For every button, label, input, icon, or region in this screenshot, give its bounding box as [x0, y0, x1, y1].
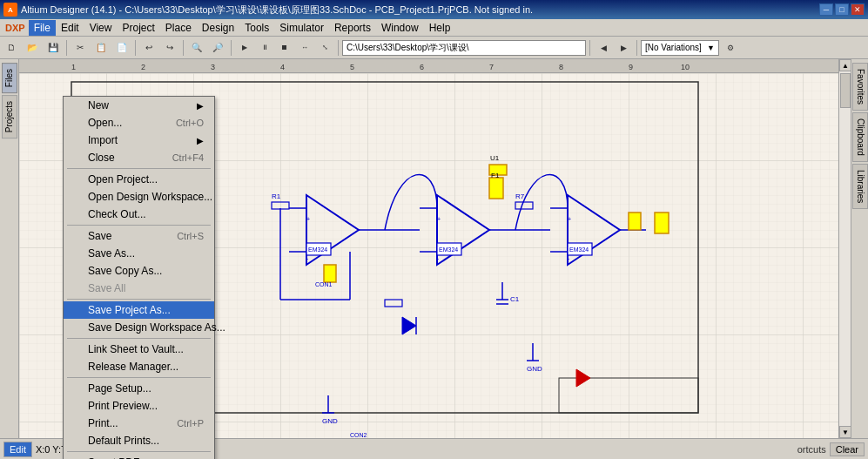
left-panel: Files Projects	[0, 59, 19, 438]
app-icon: A	[3, 3, 17, 17]
svg-text:+: +	[437, 216, 441, 222]
menu-link-sheet[interactable]: Link Sheet to Vault...	[64, 341, 214, 358]
tb-nav-back[interactable]: ◀	[594, 38, 613, 57]
toolbar-sep-2	[135, 40, 136, 56]
menu-save-workspace-as[interactable]: Save Design Workspace As...	[64, 319, 214, 336]
simulator-menu[interactable]: Simulator	[274, 20, 329, 36]
clear-button[interactable]: Clear	[830, 442, 865, 456]
svg-text:EM324: EM324	[439, 246, 458, 253]
toolbar: 🗋 📂 💾 ✂ 📋 📄 ↩ ↪ 🔍 🔎 ▶ ⏸ ⏹ ↔ ⤡ C:\Users\3…	[0, 37, 868, 59]
toolbar-sep-7	[636, 40, 637, 56]
scroll-down-btn[interactable]: ▼	[839, 426, 851, 438]
path-display: C:\Users\33\Desktop\学习\课设\	[342, 40, 586, 56]
clipboard-tab[interactable]: Clipboard	[852, 112, 868, 162]
tools-menu[interactable]: Tools	[239, 20, 274, 36]
minimize-button[interactable]: ─	[819, 3, 833, 16]
toolbar-sep-1	[66, 40, 67, 56]
toolbar-sep-4	[231, 40, 232, 56]
tb-extra-1[interactable]: ▶	[235, 38, 254, 57]
menu-new[interactable]: New ▶	[64, 97, 214, 114]
maximize-button[interactable]: □	[835, 3, 849, 16]
window-menu[interactable]: Window	[376, 20, 424, 36]
toolbar-sep-3	[183, 40, 184, 56]
svg-rect-30	[324, 265, 336, 282]
toolbar-btn-8[interactable]: ↪	[160, 38, 179, 57]
design-menu[interactable]: Design	[197, 20, 239, 36]
svg-text:R7: R7	[515, 192, 525, 200]
menu-save-copy[interactable]: Save Copy As...	[64, 262, 214, 280]
svg-text:9: 9	[629, 63, 633, 71]
svg-text:CON1: CON1	[315, 281, 333, 287]
toolbar-btn-6[interactable]: 📄	[112, 38, 131, 57]
toolbar-btn-1[interactable]: 🗋	[2, 38, 21, 57]
favorites-tab[interactable]: Favorites	[852, 63, 868, 111]
toolbar-btn-zoom-in[interactable]: 🔍	[187, 38, 206, 57]
file-dropdown-menu: New ▶ Open... Ctrl+O Import ▶ Close Ctrl…	[63, 96, 215, 459]
svg-text:+: +	[568, 216, 571, 222]
close-button[interactable]: ✕	[851, 3, 865, 16]
svg-text:CON2: CON2	[350, 432, 367, 438]
svg-text:6: 6	[420, 63, 424, 71]
toolbar-btn-7[interactable]: ↩	[139, 38, 158, 57]
view-menu[interactable]: View	[84, 20, 118, 36]
svg-text:4: 4	[280, 63, 285, 71]
menu-save-as[interactable]: Save As...	[64, 245, 214, 262]
toolbar-btn-5[interactable]: 📋	[91, 38, 111, 57]
svg-text:U1: U1	[490, 154, 500, 162]
menu-page-setup[interactable]: Page Setup...	[64, 380, 214, 397]
svg-text:F1: F1	[491, 172, 500, 179]
right-panel: Favorites Clipboard Libraries	[851, 59, 868, 438]
menu-open-project[interactable]: Open Project...	[64, 171, 214, 188]
svg-text:GND: GND	[322, 417, 338, 425]
tb-nav-fwd[interactable]: ▶	[614, 38, 633, 57]
menu-import[interactable]: Import ▶	[64, 132, 214, 149]
svg-text:10: 10	[681, 63, 690, 71]
menu-checkout[interactable]: Check Out...	[64, 206, 214, 223]
title-bar: A Altium Designer (14.1) - C:\Users\33\D…	[0, 0, 868, 19]
scroll-thumb[interactable]	[840, 73, 851, 108]
scroll-up-btn[interactable]: ▲	[839, 59, 851, 71]
sep-4	[67, 338, 211, 339]
toolbar-btn-2[interactable]: 📂	[23, 38, 42, 57]
svg-text:1: 1	[71, 63, 76, 71]
reports-menu[interactable]: Reports	[329, 20, 376, 36]
menu-print-preview[interactable]: Print Preview...	[64, 397, 214, 415]
svg-text:8: 8	[559, 63, 563, 71]
menu-release-manager[interactable]: Release Manager...	[64, 358, 214, 375]
libraries-tab[interactable]: Libraries	[852, 164, 868, 209]
files-tab[interactable]: Files	[2, 63, 17, 93]
toolbar-btn-zoom-out[interactable]: 🔎	[208, 38, 227, 57]
tb-extra-5[interactable]: ⤡	[315, 38, 334, 57]
menu-close[interactable]: Close Ctrl+F4	[64, 149, 214, 166]
projects-tab[interactable]: Projects	[2, 95, 17, 138]
toolbar-btn-3[interactable]: 💾	[44, 38, 63, 57]
menu-save-project-as[interactable]: Save Project As...	[64, 301, 214, 319]
svg-rect-29	[655, 213, 669, 233]
variations-dropdown[interactable]: [No Variations] ▼	[641, 40, 719, 56]
file-menu[interactable]: File	[29, 20, 56, 36]
menu-save[interactable]: Save Ctrl+S	[64, 227, 214, 245]
menu-print[interactable]: Print... Ctrl+P	[64, 415, 214, 432]
menu-default-prints[interactable]: Default Prints...	[64, 432, 214, 449]
help-menu[interactable]: Help	[424, 20, 456, 36]
tb-settings[interactable]: ⚙	[721, 38, 740, 57]
edit-tab[interactable]: Edit	[3, 442, 32, 457]
toolbar-sep-5	[338, 40, 339, 56]
tb-extra-3[interactable]: ⏹	[275, 38, 294, 57]
project-menu[interactable]: Project	[117, 20, 159, 36]
svg-rect-28	[489, 178, 503, 199]
svg-text:+: +	[306, 216, 310, 222]
edit-menu[interactable]: Edit	[56, 20, 84, 36]
place-menu[interactable]: Place	[160, 20, 197, 36]
svg-text:7: 7	[489, 63, 494, 71]
vertical-scrollbar[interactable]: ▲ ▼	[838, 59, 851, 438]
tb-extra-4[interactable]: ↔	[295, 38, 314, 57]
menu-open[interactable]: Open... Ctrl+O	[64, 114, 214, 132]
dxp-menu[interactable]: DXP	[2, 23, 29, 33]
svg-text:2: 2	[141, 63, 145, 71]
tb-extra-2[interactable]: ⏸	[255, 38, 274, 57]
sep-6	[67, 451, 211, 452]
menu-open-workspace[interactable]: Open Design Workspace...	[64, 188, 214, 206]
toolbar-btn-4[interactable]: ✂	[71, 38, 90, 57]
menu-smart-pdf[interactable]: Smart PDF...	[64, 454, 214, 459]
